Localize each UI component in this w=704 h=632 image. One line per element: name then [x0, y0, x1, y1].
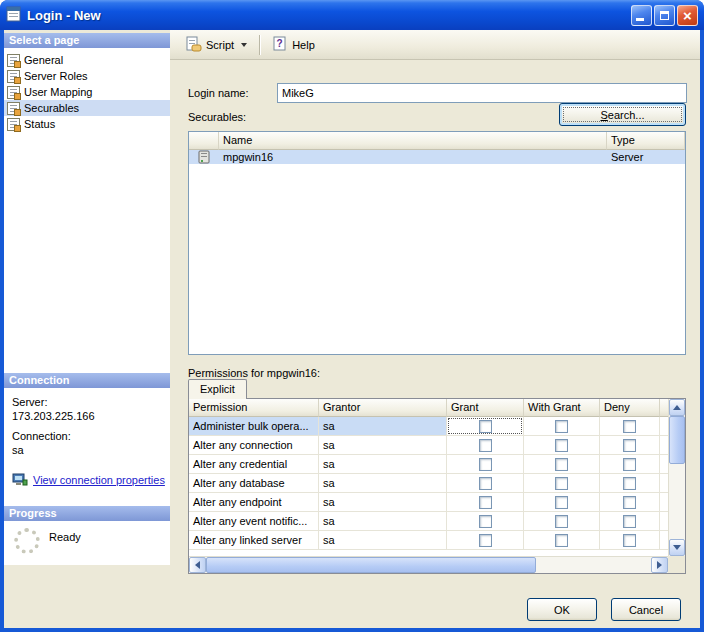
grant-checkbox[interactable] — [479, 534, 492, 547]
permissions-rows: Administer bulk opera...saAlter any conn… — [189, 417, 668, 550]
horizontal-scrollbar[interactable] — [189, 556, 668, 573]
script-icon — [186, 36, 202, 54]
vertical-scrollbar[interactable] — [668, 399, 685, 556]
deny-checkbox[interactable] — [623, 477, 636, 490]
sidebar-item-general[interactable]: General — [4, 52, 170, 68]
deny-checkbox[interactable] — [623, 439, 636, 452]
permission-column-header[interactable]: Permission — [189, 399, 319, 417]
deny-checkbox[interactable] — [623, 496, 636, 509]
deny-checkbox[interactable] — [623, 515, 636, 528]
grant-checkbox[interactable] — [479, 420, 492, 433]
script-button[interactable]: Script — [180, 32, 253, 58]
securable-type: Server — [607, 151, 685, 163]
permission-row[interactable]: Alter any event notific...sa — [189, 512, 668, 531]
sidebar-item-user-mapping[interactable]: User Mapping — [4, 84, 170, 100]
maximize-button[interactable] — [654, 5, 675, 26]
arrow-left-icon — [195, 561, 200, 569]
maximize-icon — [660, 11, 669, 20]
permission-row[interactable]: Administer bulk opera...sa — [189, 417, 668, 436]
login-name-input[interactable] — [277, 83, 687, 103]
ok-button[interactable]: OK — [527, 598, 597, 621]
search-button[interactable]: Search... — [559, 103, 686, 126]
permission-row[interactable]: Alter any databasesa — [189, 474, 668, 493]
permission-grantor: sa — [319, 417, 447, 435]
deny-checkbox[interactable] — [623, 420, 636, 433]
permission-row[interactable]: Alter any connectionsa — [189, 436, 668, 455]
horizontal-scrollbar-track[interactable] — [536, 557, 651, 573]
grant-checkbox-cell — [447, 417, 524, 435]
help-icon: ? — [272, 36, 288, 54]
sidebar-item-securables[interactable]: Securables — [4, 100, 170, 116]
tab-explicit[interactable]: Explicit — [188, 379, 247, 399]
permission-name: Alter any database — [189, 474, 319, 492]
with-grant-checkbox[interactable] — [555, 515, 568, 528]
sidebar-item-label: Status — [24, 118, 55, 130]
permission-row[interactable]: Alter any endpointsa — [189, 493, 668, 512]
vertical-scrollbar-track[interactable] — [669, 464, 685, 539]
securables-table: Name Type mpgwin16Server — [188, 131, 686, 355]
grant-checkbox[interactable] — [479, 496, 492, 509]
permission-name: Alter any event notific... — [189, 512, 319, 530]
grant-checkbox[interactable] — [479, 458, 492, 471]
securable-row[interactable]: mpgwin16Server — [189, 150, 685, 164]
horizontal-scrollbar-thumb[interactable] — [206, 557, 536, 573]
progress-status: Ready — [49, 531, 81, 565]
sidebar-item-status[interactable]: Status — [4, 116, 170, 132]
grant-checkbox[interactable] — [479, 439, 492, 452]
arrow-down-icon — [673, 545, 681, 550]
scroll-left-button[interactable] — [189, 557, 206, 573]
deny-checkbox[interactable] — [623, 534, 636, 547]
cancel-button[interactable]: Cancel — [611, 598, 681, 621]
deny-checkbox[interactable] — [623, 458, 636, 471]
titlebar[interactable]: Login - New × — [0, 0, 704, 30]
grant-checkbox-cell — [447, 531, 524, 549]
minimize-button[interactable] — [631, 5, 652, 26]
with-grant-checkbox[interactable] — [555, 439, 568, 452]
grantor-column-header[interactable]: Grantor — [319, 399, 447, 417]
with-grant-checkbox-cell — [524, 474, 600, 492]
grant-checkbox-cell — [447, 455, 524, 473]
with-grant-checkbox-cell — [524, 512, 600, 530]
sidebar-page-list: GeneralServer RolesUser MappingSecurable… — [4, 48, 170, 373]
grant-checkbox[interactable] — [479, 515, 492, 528]
help-label: Help — [292, 39, 315, 51]
scroll-right-button[interactable] — [651, 557, 668, 573]
deny-checkbox-cell — [600, 474, 660, 492]
close-button[interactable]: × — [677, 5, 698, 26]
with-grant-checkbox[interactable] — [555, 420, 568, 433]
grant-column-header[interactable]: Grant — [447, 399, 524, 417]
toolbar: Script ? Help — [170, 30, 700, 60]
sidebar-item-label: Securables — [24, 102, 79, 114]
svg-text:?: ? — [277, 38, 283, 49]
help-button[interactable]: ? Help — [266, 32, 321, 58]
with-grant-checkbox[interactable] — [555, 496, 568, 509]
sidebar-item-server-roles[interactable]: Server Roles — [4, 68, 170, 84]
vertical-scrollbar-thumb[interactable] — [669, 416, 685, 464]
view-connection-properties-link[interactable]: View connection properties — [33, 474, 165, 486]
scroll-up-button[interactable] — [669, 399, 685, 416]
with-grant-column-header[interactable]: With Grant — [524, 399, 600, 417]
permission-row[interactable]: Alter any credentialsa — [189, 455, 668, 474]
type-column-header[interactable]: Type — [607, 132, 685, 150]
name-column-header[interactable]: Name — [219, 132, 607, 150]
grant-checkbox-cell — [447, 512, 524, 530]
with-grant-checkbox[interactable] — [555, 477, 568, 490]
with-grant-checkbox-cell — [524, 493, 600, 511]
page-icon — [7, 102, 20, 115]
with-grant-checkbox[interactable] — [555, 534, 568, 547]
deny-column-header[interactable]: Deny — [600, 399, 660, 417]
arrow-up-icon — [673, 405, 681, 410]
deny-checkbox-cell — [600, 531, 660, 549]
scroll-down-button[interactable] — [669, 539, 685, 556]
deny-checkbox-cell — [600, 436, 660, 454]
securables-table-header: Name Type — [189, 132, 685, 150]
icon-column-header[interactable] — [189, 132, 219, 150]
grant-checkbox[interactable] — [479, 477, 492, 490]
permission-grantor: sa — [319, 531, 447, 549]
with-grant-checkbox[interactable] — [555, 458, 568, 471]
permission-row[interactable]: Alter any linked serversa — [189, 531, 668, 550]
page-icon — [7, 54, 20, 67]
permission-grantor: sa — [319, 436, 447, 454]
filler-column-header — [660, 399, 668, 417]
securables-rows: mpgwin16Server — [189, 150, 685, 164]
